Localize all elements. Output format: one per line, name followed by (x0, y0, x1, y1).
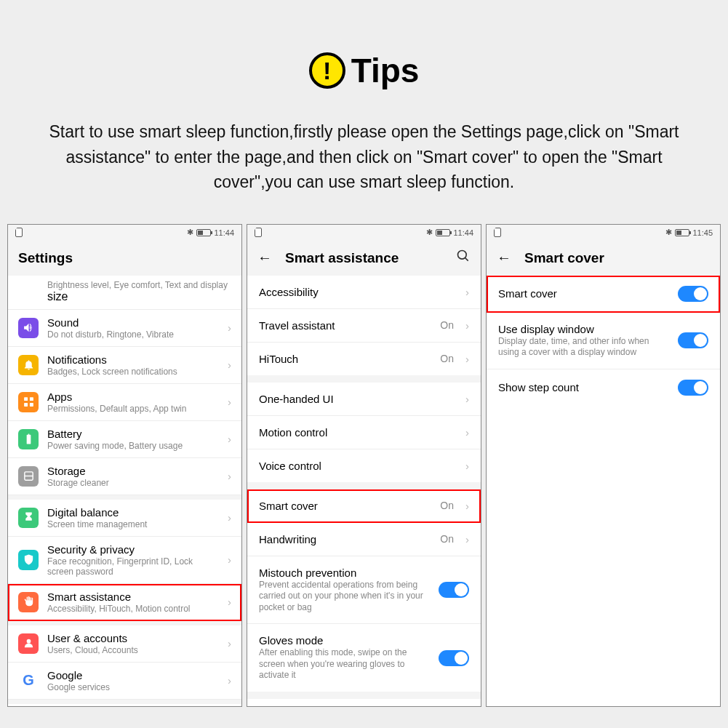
tips-title: Tips (351, 51, 420, 90)
bluetooth-icon: ✱ (665, 228, 672, 237)
status-bar: ✱ 11:44 (247, 225, 481, 241)
row-value: On (440, 533, 454, 545)
row-title: Sound (47, 316, 216, 329)
svg-rect-0 (24, 397, 28, 401)
battery-icon (18, 429, 39, 449)
toggle-switch[interactable] (678, 332, 708, 348)
tips-description: Start to use smart sleep function,firstl… (7, 112, 721, 224)
storage-icon (18, 466, 39, 487)
page-header: ← Smart cover (487, 241, 720, 276)
toggle-switch[interactable] (678, 286, 708, 302)
back-button[interactable]: ← (257, 249, 272, 266)
row-title: Voice control (259, 460, 454, 472)
chevron-right-icon: › (228, 553, 231, 566)
svg-rect-1 (29, 397, 33, 401)
user-icon (18, 633, 39, 654)
row-title: Handwriting (259, 533, 431, 545)
row-title: Use display window (498, 323, 669, 335)
hand-icon (18, 592, 39, 612)
row-subtitle: Screen time management (47, 519, 216, 529)
row-title: Notifications (47, 353, 216, 366)
bluetooth-icon: ✱ (187, 228, 193, 237)
sim-icon (15, 228, 23, 237)
apps-icon (18, 392, 39, 412)
svg-rect-2 (24, 403, 28, 407)
toggle-switch[interactable] (678, 380, 708, 396)
status-bar: ✱ 11:44 (8, 225, 241, 241)
sa-row-handwriting[interactable]: HandwritingOn› (247, 523, 481, 556)
toggle-switch[interactable] (439, 650, 469, 666)
bell-icon (18, 355, 39, 375)
bluetooth-icon: ✱ (426, 228, 433, 237)
chevron-right-icon: › (228, 359, 231, 371)
status-bar: ✱ 11:45 (487, 225, 720, 241)
sc-row-smart-cover[interactable]: Smart cover (487, 276, 720, 313)
battery-icon (436, 229, 450, 236)
row-title: One-handed UI (259, 393, 454, 405)
sc-row-use-display-window[interactable]: Use display windowDisplay date, time, an… (487, 313, 720, 369)
status-time: 11:44 (453, 228, 473, 237)
shield-icon (18, 550, 39, 570)
settings-row-hourglass[interactable]: Digital balanceScreen time management› (8, 500, 241, 537)
chevron-right-icon: › (228, 321, 231, 334)
chevron-right-icon: › (228, 433, 231, 445)
settings-row-google[interactable]: GGoogleGoogle services› (8, 663, 241, 700)
sa-row-scheduled-power-on-off[interactable]: Scheduled power on/off› (247, 699, 481, 705)
hourglass-icon (18, 508, 39, 528)
partial-sub: size (47, 290, 231, 303)
sa-row-hitouch[interactable]: HiTouchOn› (247, 343, 481, 375)
row-subtitle: Power saving mode, Battery usage (47, 441, 216, 451)
sa-row-smart-cover[interactable]: Smart coverOn› (247, 489, 481, 523)
sc-row-show-step-count[interactable]: Show step count (487, 369, 720, 406)
row-title: Gloves mode (259, 634, 430, 647)
phone-smart-cover: ✱ 11:45 ← Smart cover Smart coverUse dis… (486, 224, 721, 707)
toggle-switch[interactable] (439, 582, 469, 598)
page-header: Settings (8, 241, 241, 276)
row-title: Smart cover (259, 500, 431, 512)
warning-icon: ! (309, 52, 345, 89)
row-title: Digital balance (47, 506, 216, 519)
row-title: Accessibility (259, 286, 454, 298)
settings-row-bell[interactable]: NotificationsBadges, Lock screen notific… (8, 347, 241, 384)
sa-row-motion-control[interactable]: Motion control› (247, 416, 481, 449)
svg-line-10 (465, 258, 468, 261)
sa-row-mistouch-prevention[interactable]: Mistouch preventionPrevent accidental op… (247, 556, 481, 625)
chevron-right-icon: › (465, 533, 469, 545)
page-title: Smart assistance (285, 250, 399, 266)
chevron-right-icon: › (465, 393, 469, 405)
sa-row-travel-assistant[interactable]: Travel assistantOn› (247, 309, 481, 343)
settings-row-storage[interactable]: StorageStorage cleaner› (8, 458, 241, 495)
settings-row-shield[interactable]: Security & privacyFace recognition, Fing… (8, 537, 241, 584)
row-title: HiTouch (259, 353, 431, 365)
sa-row-gloves-mode[interactable]: Gloves modeAfter enabling this mode, swi… (247, 624, 481, 692)
row-subtitle: Badges, Lock screen notifications (47, 367, 216, 377)
svg-rect-3 (29, 403, 33, 407)
row-title: Google (47, 669, 216, 681)
settings-row-info[interactable]: iSystemSystem navigation, Software updat… (8, 704, 241, 706)
page-title: Settings (18, 250, 73, 266)
back-button[interactable]: ← (497, 249, 511, 266)
chevron-right-icon: › (465, 500, 469, 512)
sa-row-voice-control[interactable]: Voice control› (247, 449, 481, 482)
settings-row-sound[interactable]: SoundDo not disturb, Ringtone, Vibrate› (8, 310, 241, 347)
row-subtitle: Permissions, Default apps, App twin (47, 404, 216, 414)
row-title: Motion control (259, 426, 454, 439)
row-title: Security & privacy (47, 543, 216, 556)
settings-row-user[interactable]: User & accountsUsers, Cloud, Accounts› (8, 625, 241, 663)
sim-icon (255, 228, 262, 237)
chevron-right-icon: › (228, 470, 231, 482)
settings-row-hand[interactable]: Smart assistanceAccessibility, HiTouch, … (8, 584, 241, 621)
sa-row-accessibility[interactable]: Accessibility› (247, 276, 481, 309)
sa-row-one-handed-ui[interactable]: One-handed UI› (247, 383, 481, 416)
page-title: Smart cover (524, 250, 604, 266)
row-title: Show step count (498, 381, 669, 393)
row-title: Mistouch prevention (259, 567, 430, 579)
row-subtitle: Prevent accidental operations from being… (259, 580, 430, 614)
phone-settings: ✱ 11:44 Settings Brightness level, Eye c… (7, 224, 242, 707)
chevron-right-icon: › (465, 319, 469, 332)
search-button[interactable] (456, 249, 471, 267)
page-header: ← Smart assistance (247, 241, 481, 276)
chevron-right-icon: › (465, 460, 469, 472)
settings-row-battery[interactable]: BatteryPower saving mode, Battery usage› (8, 421, 241, 458)
settings-row-apps[interactable]: AppsPermissions, Default apps, App twin› (8, 384, 241, 421)
